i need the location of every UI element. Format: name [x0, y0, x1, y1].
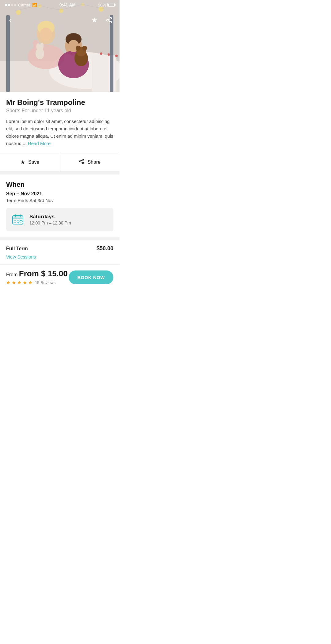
reviews-count: 15 Reviews — [35, 280, 55, 285]
star-3: ★ — [17, 280, 21, 286]
hero-image-area: Carrier 📶 9:41 AM 20% ‹ ★ — [0, 0, 120, 92]
section-divider-1 — [0, 171, 120, 174]
svg-rect-46 — [17, 220, 19, 221]
signal-dot-1 — [5, 4, 7, 6]
venue-description: Lorem ipsum dolor sit amet, consectetur … — [6, 118, 113, 147]
battery-percent: 20% — [98, 3, 106, 7]
svg-point-24 — [82, 46, 87, 51]
carrier-label: Carrier — [18, 3, 30, 7]
nav-right-buttons: ★ — [89, 15, 115, 26]
save-action-button[interactable]: ★ Save — [0, 153, 60, 171]
signal-dot-4 — [14, 4, 16, 6]
wifi-icon: 📶 — [32, 3, 37, 7]
calendar-clock-icon — [12, 213, 24, 226]
status-time: 9:41 AM — [59, 2, 76, 7]
action-bar: ★ Save Share — [0, 153, 120, 171]
main-content: Mr Boing's Trampoline Sports For under 1… — [0, 92, 120, 171]
signal-dot-3 — [11, 4, 13, 6]
back-button[interactable]: ‹ — [5, 15, 16, 26]
schedule-time: 12:00 Pm – 12:30 Pm — [29, 220, 71, 225]
schedule-card: Saturdays 12:00 Pm – 12:30 Pm — [6, 208, 113, 231]
share-action-button[interactable]: Share — [60, 153, 120, 171]
status-right: 20% — [98, 3, 115, 7]
svg-point-6 — [115, 55, 118, 57]
share-icon — [79, 159, 84, 166]
svg-line-33 — [108, 21, 110, 22]
star-icon: ★ — [20, 159, 25, 166]
battery-icon — [107, 3, 115, 7]
when-section: When Sep – Nov 2021 Term Ends Sat 3rd No… — [0, 174, 120, 237]
book-now-button[interactable]: BOOK NOW — [69, 270, 113, 284]
signal-dot-2 — [8, 4, 10, 6]
price-value: From $ 15.00 — [19, 269, 68, 278]
venue-title: Mr Boing's Trampoline — [6, 98, 113, 107]
schedule-day: Saturdays — [29, 214, 71, 220]
bookmark-button[interactable]: ★ — [89, 15, 100, 26]
view-sessions-button[interactable]: View Sessions — [0, 254, 42, 264]
bottom-bar: From From $ 15.00 ★ ★ ★ ★ ★ 15 Reviews B… — [0, 264, 120, 292]
svg-point-23 — [76, 46, 81, 51]
pricing-row: Full Term $50.00 — [0, 240, 120, 254]
svg-rect-41 — [13, 216, 23, 219]
battery-fill — [108, 4, 109, 6]
venue-subtitle: Sports For under 11 years old — [6, 108, 113, 113]
star-1: ★ — [6, 280, 10, 286]
svg-line-39 — [81, 160, 82, 161]
stars-row: ★ ★ ★ ★ ★ 15 Reviews — [6, 280, 68, 286]
svg-point-15 — [40, 28, 52, 41]
status-bar: Carrier 📶 9:41 AM 20% — [0, 0, 120, 9]
schedule-info: Saturdays 12:00 Pm – 12:30 Pm — [29, 214, 71, 225]
svg-point-5 — [108, 53, 110, 56]
price-from: From From $ 15.00 ★ ★ ★ ★ ★ 15 Reviews — [6, 269, 68, 286]
read-more-button[interactable]: Read More — [28, 141, 51, 146]
section-divider-2 — [0, 237, 120, 240]
svg-rect-48 — [14, 222, 16, 223]
date-range: Sep – Nov 2021 — [6, 191, 113, 197]
signal-dots — [5, 4, 16, 6]
pricing-amount: $50.00 — [97, 245, 113, 252]
calendar-icon-wrap — [11, 213, 25, 226]
save-label: Save — [28, 159, 39, 165]
svg-rect-45 — [14, 220, 16, 221]
term-ends: Term Ends Sat 3rd Nov — [6, 198, 113, 203]
share-label: Share — [87, 159, 101, 165]
when-title: When — [6, 181, 113, 189]
from-label: From From $ 15.00 — [6, 269, 68, 278]
star-4: ★ — [23, 280, 27, 286]
star-2: ★ — [12, 280, 16, 286]
status-left: Carrier 📶 — [5, 3, 37, 7]
svg-line-34 — [108, 19, 110, 20]
star-5: ★ — [28, 280, 32, 286]
share-button[interactable] — [104, 15, 115, 26]
page-container: Carrier 📶 9:41 AM 20% ‹ ★ — [0, 0, 120, 292]
svg-line-38 — [81, 162, 82, 163]
pricing-label: Full Term — [6, 246, 28, 251]
svg-point-4 — [100, 52, 102, 55]
